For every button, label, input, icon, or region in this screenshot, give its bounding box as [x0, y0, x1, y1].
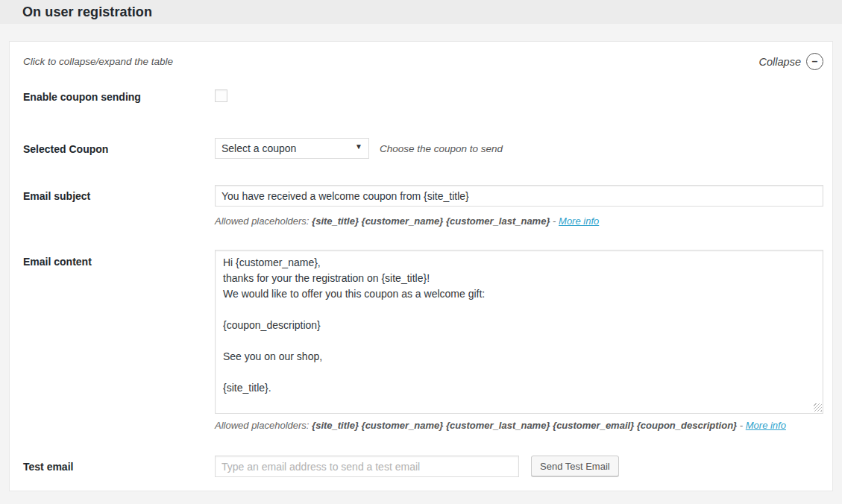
section-title-bar: On user registration	[0, 0, 842, 24]
subject-placeholders-prefix: Allowed placeholders:	[215, 215, 309, 227]
content-placeholders-separator: -	[740, 420, 743, 431]
content-placeholders-hint: Allowed placeholders: {site_title} {cust…	[215, 420, 823, 431]
subject-placeholders-tokens: {site_title} {customer_name} {customer_l…	[312, 215, 550, 227]
content-placeholders-tokens: {site_title} {customer_name} {customer_l…	[312, 420, 737, 431]
page-title: On user registration	[22, 4, 842, 20]
email-content-textarea-wrap: Hi {customer_name}, thanks for your the …	[215, 250, 823, 414]
collapse-button[interactable]: Collapse –	[759, 53, 823, 70]
test-email-label: Test email	[23, 456, 215, 477]
textarea-resize-grip-icon[interactable]	[814, 403, 822, 412]
panel-collapse-header[interactable]: Click to collapse/expand the table Colla…	[23, 53, 823, 70]
row-test-email: Test email Send Test Email	[23, 456, 823, 477]
content-more-info-link[interactable]: More info	[746, 420, 786, 431]
collapse-hint-text: Click to collapse/expand the table	[23, 56, 173, 67]
enable-coupon-label: Enable coupon sending	[23, 89, 215, 105]
email-subject-input[interactable]	[215, 185, 823, 207]
content-placeholders-prefix: Allowed placeholders:	[215, 420, 309, 431]
collapse-minus-icon[interactable]: –	[806, 53, 823, 70]
row-email-content: Email content Hi {customer_name}, thanks…	[23, 250, 823, 431]
row-enable-coupon: Enable coupon sending	[23, 89, 823, 105]
subject-placeholders-separator: -	[553, 215, 556, 227]
row-email-subject: Email subject Allowed placeholders: {sit…	[23, 185, 823, 227]
coupon-hint-text: Choose the coupon to send	[380, 143, 503, 154]
test-email-input[interactable]	[215, 456, 519, 477]
email-content-textarea[interactable]: Hi {customer_name}, thanks for your the …	[215, 250, 823, 414]
send-test-email-button[interactable]: Send Test Email	[531, 456, 619, 476]
enable-coupon-checkbox[interactable]	[215, 89, 227, 102]
email-content-label: Email content	[23, 250, 215, 431]
row-selected-coupon: Selected Coupon Select a coupon ▼ Choose…	[23, 138, 823, 159]
settings-panel: Click to collapse/expand the table Colla…	[9, 41, 833, 491]
selected-coupon-label: Selected Coupon	[23, 138, 215, 159]
subject-more-info-link[interactable]: More info	[559, 215, 599, 227]
collapse-label: Collapse	[759, 56, 801, 68]
coupon-select-wrap: Select a coupon ▼	[215, 138, 369, 159]
coupon-select[interactable]: Select a coupon	[215, 138, 369, 159]
email-subject-label: Email subject	[23, 185, 215, 227]
minus-glyph: –	[812, 55, 818, 67]
subject-placeholders-hint: Allowed placeholders: {site_title} {cust…	[215, 215, 823, 227]
